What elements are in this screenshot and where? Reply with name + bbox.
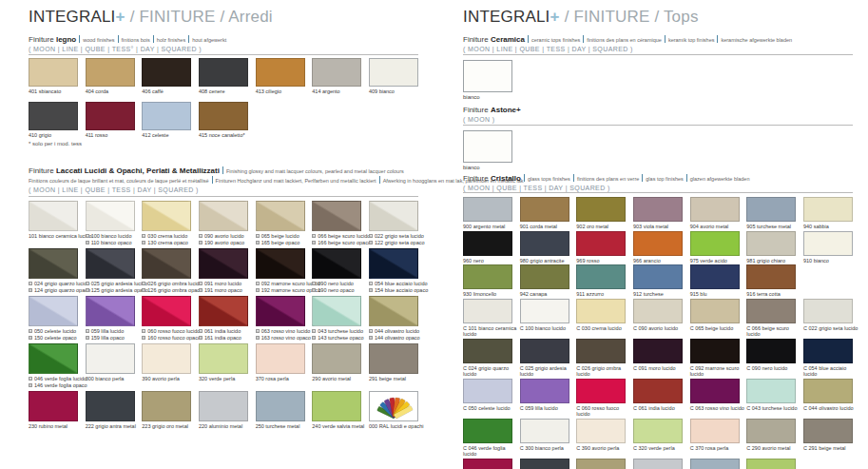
swatch-label: 942 canapa <box>520 291 575 298</box>
color-swatch <box>576 339 626 363</box>
swatch-label: bianco <box>463 94 512 100</box>
swatch-label: 401 sbiancato <box>29 88 78 95</box>
swatch-label: 043 turchese lucido143 turchese opaco <box>312 328 361 341</box>
gloss-marker-icon <box>29 282 32 285</box>
color-swatch <box>142 296 191 326</box>
swatch-label: 980 grigio antracite <box>520 258 575 264</box>
finish-item: 905 turchese metal <box>746 197 796 230</box>
swatch-label: 415 noce canaletto* <box>199 132 248 139</box>
finish-item: 030 crema lucido130 crema opaco <box>142 201 191 245</box>
finish-item: C 026 grigio ombra lucido <box>576 339 626 378</box>
swatch-label: C 043 turchese lucido <box>746 405 801 412</box>
gloss-marker-icon <box>312 329 316 333</box>
color-swatch <box>256 58 305 87</box>
color-swatch <box>199 102 248 130</box>
translation-text: glas top finishes <box>646 176 683 182</box>
plus-mark: + <box>116 8 125 26</box>
swatch-label: C 370 rosa perla <box>690 445 745 452</box>
swatch-label: C 050 celeste lucido <box>463 405 518 412</box>
translation-text: holz finishes <box>157 37 185 43</box>
color-swatch <box>256 201 305 231</box>
swatch-label: C 101 bianco ceramica lucido <box>463 325 518 338</box>
color-swatch <box>520 264 569 289</box>
swatch-label: 904 avorio metal <box>690 224 745 230</box>
section-translations: wood finishesfinitions boisholz finishes… <box>76 35 226 44</box>
finish-item: C 022 grigio seta lucido <box>803 299 853 338</box>
finish-item: C 024 grigio quarzo lucido <box>463 339 512 378</box>
finish-item: 059 lilla lucido159 lilla opaco <box>86 296 135 341</box>
divider <box>463 54 853 55</box>
swatch-label: 916 terra cotta <box>746 291 801 298</box>
finish-item: 300 bianco perla <box>86 343 135 388</box>
finish-item: C 092 marrone scuro lucido <box>690 339 740 378</box>
color-swatch <box>86 102 135 130</box>
swatch-label: 966 arancio <box>633 258 688 264</box>
catalog-page: INTEGRALI+ / FINITURE / Arredi Finiture … <box>0 0 868 469</box>
footnote: * solo per i mod. tess <box>29 141 82 147</box>
swatch-label: C 300 bianco perla <box>520 445 575 452</box>
swatch-label: 905 turchese metal <box>746 224 801 230</box>
models-list: ( MOON | QUBE | TESS | DAY | SQUARED ) <box>463 185 749 191</box>
color-swatch <box>576 299 626 323</box>
gloss-marker-icon <box>369 282 373 285</box>
color-swatch <box>369 296 418 326</box>
swatch-label: C 066 beige scuro lucido <box>746 325 801 338</box>
finish-item: 090 nero lucido190 nero opaco <box>312 248 361 293</box>
finish-item: 412 celeste <box>142 102 191 139</box>
color-swatch <box>142 248 191 279</box>
section-prefix: Finiture <box>463 106 491 114</box>
translation-text: Finituren Hochglanz und matt lackiert, P… <box>216 178 376 184</box>
color-swatch <box>29 58 78 87</box>
section-name: Ceramica <box>491 35 525 44</box>
finish-item: 414 argento <box>312 58 361 95</box>
color-swatch <box>86 343 135 374</box>
finish-item: 101 bianco ceramica lucido <box>29 201 78 245</box>
color-swatch <box>86 201 135 231</box>
section-translations: ceramic tops finishesfinitions des plans… <box>525 35 792 44</box>
swatch-label: 063 rosso vino lucido163 rosso vino opac… <box>256 328 305 341</box>
gloss-marker-icon <box>29 329 32 333</box>
color-swatch <box>256 391 305 421</box>
swatch-label: 060 rosso fuoco lucido160 rosso fuoco op… <box>142 328 191 341</box>
finish-item: 940 sabbia <box>803 197 853 230</box>
swatch-label: 903 viola metal <box>633 224 688 230</box>
section-name: Cristallo <box>491 174 521 183</box>
swatch-label: 222 grigio antra metal <box>86 423 135 430</box>
finish-item: C 059 lilla lucido <box>520 379 569 418</box>
finish-item: 960 nero <box>463 231 512 264</box>
swatch-label: 370 rosa perla <box>256 376 305 382</box>
swatch-label: 044 olivastro lucido144 olivastro opaco <box>369 328 418 341</box>
color-swatch <box>576 231 626 256</box>
swatch-label: 413 ciliegio <box>256 88 305 95</box>
color-swatch <box>312 248 361 279</box>
swatch-label: C 022 grigio seta lucido <box>803 325 858 332</box>
matte-marker-icon <box>199 241 203 244</box>
finish-item: 220 aluminio metal <box>199 391 248 430</box>
swatch-label: 065 beige lucido165 beige opaco <box>256 233 305 245</box>
color-swatch <box>463 197 512 222</box>
section-cristallo: Finiture Cristalloglass tops finishesfin… <box>463 174 749 191</box>
section-prefix: Finiture <box>29 166 56 175</box>
color-swatch <box>803 231 853 256</box>
gloss-marker-icon <box>142 282 145 285</box>
color-swatch <box>463 299 512 323</box>
color-swatch <box>576 197 626 222</box>
swatch-label: bianco <box>463 165 512 170</box>
finish-item: 404 corda <box>86 58 135 95</box>
gloss-marker-icon <box>86 329 89 333</box>
finish-item: C 065 beige lucido <box>690 299 740 338</box>
swatch-label: 066 beige scuro lucido166 beige scuro op… <box>312 233 361 245</box>
ceramica-swatch-bianco <box>463 60 512 92</box>
finish-item: 250 turchese metal <box>256 391 305 430</box>
color-swatch <box>312 201 361 231</box>
swatch-label: C 063 rosso vino lucido <box>690 405 745 412</box>
section-prefix: Finiture <box>29 35 56 44</box>
swatch-label: 981 grigio chiaro <box>746 258 801 264</box>
matte-marker-icon <box>142 241 145 244</box>
section-subtitle-en: Finishing glossy and matt lacquer colour… <box>220 166 404 175</box>
gloss-marker-icon <box>86 234 89 238</box>
color-swatch <box>142 102 191 130</box>
finish-item: C 390 avorio perla <box>576 419 626 458</box>
color-swatch <box>312 296 361 326</box>
swatch-label: C 025 grigio ardesia lucido <box>520 365 575 378</box>
